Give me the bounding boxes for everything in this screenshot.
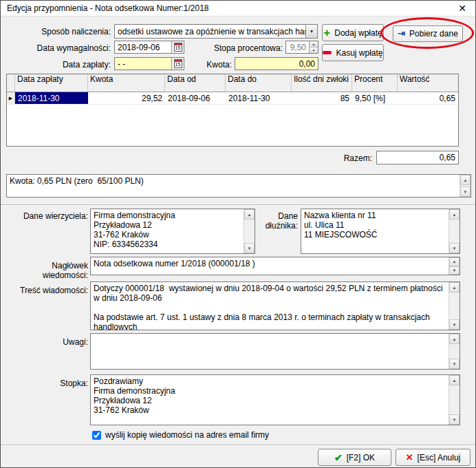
col-header-kwota[interactable]: Kwota: [88, 74, 165, 92]
due-date-value[interactable]: 2018-09-06: [115, 42, 171, 53]
scroll-track[interactable]: [449, 385, 459, 414]
cancel-label: [Esc] Anuluj: [418, 453, 461, 462]
titlebar: Edycja przypomnienia - Nota odsetkowa Nu…: [1, 1, 475, 17]
interest-table[interactable]: Data zapłaty Kwota Data od Data do Ilość…: [6, 74, 459, 147]
cancel-button[interactable]: ✕ [Esc] Anuluj: [396, 449, 470, 466]
scroll-up-icon[interactable]: ▲: [449, 209, 459, 220]
due-date-field[interactable]: 2018-09-06 15: [114, 41, 184, 54]
creditor-textarea[interactable]: Firma demonstracyjna Przykładowa 12 31-7…: [91, 209, 244, 253]
spin-down-icon[interactable]: ▼: [310, 47, 318, 53]
add-payment-button[interactable]: + Dodaj wpłatę: [322, 24, 384, 41]
section-divider: [1, 204, 475, 206]
scroll-down-icon[interactable]: ▼: [460, 187, 470, 197]
scroll-down-icon[interactable]: ▼: [449, 359, 459, 369]
send-copy-label: wyślij kopię wiedomości na adres email f…: [105, 430, 269, 440]
due-date-label: Data wymagalności:: [6, 43, 111, 53]
col-header-data-od[interactable]: Data od: [165, 74, 226, 92]
interest-rate-label: Stopa procentowa:: [206, 43, 283, 53]
total-field: 0,65: [376, 151, 459, 164]
footer-divider: [1, 445, 475, 446]
send-copy-checkbox[interactable]: [92, 431, 101, 440]
calendar-icon[interactable]: 15: [171, 41, 184, 53]
notes-textarea[interactable]: [91, 334, 448, 369]
scroll-down-icon[interactable]: ▼: [244, 243, 255, 253]
creditor-field[interactable]: Firma demonstracyjna Przykładowa 12 31-7…: [90, 209, 255, 254]
scroll-down-icon[interactable]: ▼: [449, 266, 459, 275]
cell-data-od[interactable]: 2018-09-06: [165, 92, 226, 104]
col-header-ilosc-dni[interactable]: Ilość dni zwłoki: [292, 74, 352, 92]
cell-wartosc[interactable]: 0,65: [398, 92, 458, 104]
payment-date-label: Data zapłaty:: [6, 60, 111, 70]
footer-text-textarea[interactable]: Pozdrawiamy Firma demonstracyjna Przykła…: [91, 375, 448, 425]
check-icon: ✔: [334, 452, 343, 463]
scroll-up-icon[interactable]: ▲: [449, 282, 459, 292]
scroll-up-icon[interactable]: ▲: [460, 175, 470, 185]
ok-label: [F2] OK: [347, 453, 375, 462]
dialog-window: Edycja przypomnienia - Nota odsetkowa Nu…: [0, 0, 476, 468]
scroll-down-icon[interactable]: ▼: [449, 319, 459, 330]
col-header-wartosc[interactable]: Wartość: [398, 74, 458, 92]
scroll-up-icon[interactable]: ▲: [449, 334, 459, 344]
message-header-textarea[interactable]: Nota odsetkowa numer 1/2018 (000001/18 ): [91, 257, 448, 275]
plus-icon: +: [323, 30, 330, 36]
notes-label: Uwagi:: [6, 337, 88, 347]
footer-text-field[interactable]: Pozdrawiamy Firma demonstracyjna Przykła…: [90, 374, 460, 425]
notes-field[interactable]: ▲ ▼: [90, 333, 460, 370]
minus-icon: [323, 51, 332, 54]
amount-in-words-field[interactable]: Kwota: 0,65 PLN (zero 65/100 PLN) ▲ ▼: [6, 174, 471, 198]
scroll-up-icon[interactable]: ▲: [449, 375, 459, 385]
scroll-track[interactable]: [449, 220, 459, 243]
debtor-field[interactable]: Nazwa klienta nr 11 ul. Ulica 11 11 MIEJ…: [301, 209, 460, 254]
cell-ilosc-dni[interactable]: 85: [292, 92, 352, 104]
spinner-buttons: ▲ ▼: [309, 41, 318, 53]
chevron-down-icon[interactable]: ▼: [305, 25, 317, 38]
interest-rate-spinner[interactable]: 9,50 ▲ ▼: [285, 41, 318, 54]
calculation-method-label: Sposób naliczenia:: [6, 27, 111, 36]
scrollbar[interactable]: ▲ ▼: [448, 209, 459, 253]
scroll-up-icon[interactable]: ▲: [449, 257, 459, 266]
table-row[interactable]: ▶ 2018-11-30 29,52 2018-09-06 2018-11-30…: [7, 92, 458, 105]
debtor-textarea[interactable]: Nazwa klienta nr 11 ul. Ulica 11 11 MIEJ…: [301, 209, 448, 253]
amount-field[interactable]: 0,00: [235, 57, 318, 70]
scrollbar[interactable]: ▲ ▼: [244, 209, 255, 253]
calculation-method-select[interactable]: odsetki ustawowe za opóźnienie w transak…: [114, 24, 318, 39]
scroll-down-icon[interactable]: ▼: [449, 414, 459, 425]
amount-value[interactable]: 0,00: [235, 58, 318, 70]
amount-label: Kwota:: [163, 60, 232, 70]
scrollbar[interactable]: ▲ ▼: [448, 282, 459, 330]
scroll-track[interactable]: [449, 292, 459, 319]
creditor-label: Dane wierzyciela:: [20, 211, 88, 221]
add-payment-label: Dodaj wpłatę: [334, 28, 382, 38]
scrollbar[interactable]: ▲ ▼: [448, 334, 459, 369]
col-header-data-do[interactable]: Data do: [226, 74, 292, 92]
cell-data-do[interactable]: 2018-11-30: [226, 92, 292, 104]
window-title: Edycja przypomnienia - Nota odsetkowa Nu…: [7, 3, 455, 13]
table-header-row: Data zapłaty Kwota Data od Data do Ilość…: [7, 74, 458, 92]
scroll-down-icon[interactable]: ▼: [449, 243, 459, 253]
scroll-track[interactable]: [449, 344, 459, 359]
message-header-label: Nagłówek wiedomości:: [6, 261, 88, 280]
fetch-data-button[interactable]: ⇥ Pobierz dane: [393, 25, 463, 42]
cell-kwota[interactable]: 29,52: [88, 92, 165, 104]
cell-procent[interactable]: 9,50 [%]: [352, 92, 398, 104]
scroll-up-icon[interactable]: ▲: [244, 209, 255, 220]
close-icon[interactable]: ✕: [455, 3, 469, 14]
scroll-track[interactable]: [244, 220, 255, 243]
export-arrow-icon: ⇥: [398, 30, 405, 37]
row-marker-icon: ▶: [7, 92, 15, 104]
message-body-field[interactable]: Dotyczy 000001/18 wystawionej w dniu 201…: [90, 281, 460, 330]
send-copy-row[interactable]: wyślij kopię wiedomości na adres email f…: [92, 430, 269, 440]
delete-payment-button[interactable]: Kasuj wpłatę: [322, 44, 384, 61]
col-header-procent[interactable]: Procent: [352, 74, 398, 92]
scrollbar[interactable]: ▲ ▼: [459, 175, 470, 197]
scrollbar[interactable]: ▲ ▼: [448, 375, 459, 425]
cell-data-zaplaty[interactable]: 2018-11-30: [15, 92, 88, 104]
amount-in-words-textarea[interactable]: Kwota: 0,65 PLN (zero 65/100 PLN): [7, 175, 459, 197]
message-header-field[interactable]: Nota odsetkowa numer 1/2018 (000001/18 )…: [90, 257, 460, 275]
message-body-textarea[interactable]: Dotyczy 000001/18 wystawionej w dniu 201…: [91, 282, 448, 330]
ok-button[interactable]: ✔ [F2] OK: [318, 449, 391, 466]
scrollbar[interactable]: ▲ ▼: [448, 257, 459, 275]
calculation-method-value: odsetki ustawowe za opóźnienie w transak…: [115, 26, 305, 37]
spin-up-icon[interactable]: ▲: [310, 41, 318, 47]
col-header-data-zaplaty[interactable]: Data zapłaty: [15, 74, 88, 92]
